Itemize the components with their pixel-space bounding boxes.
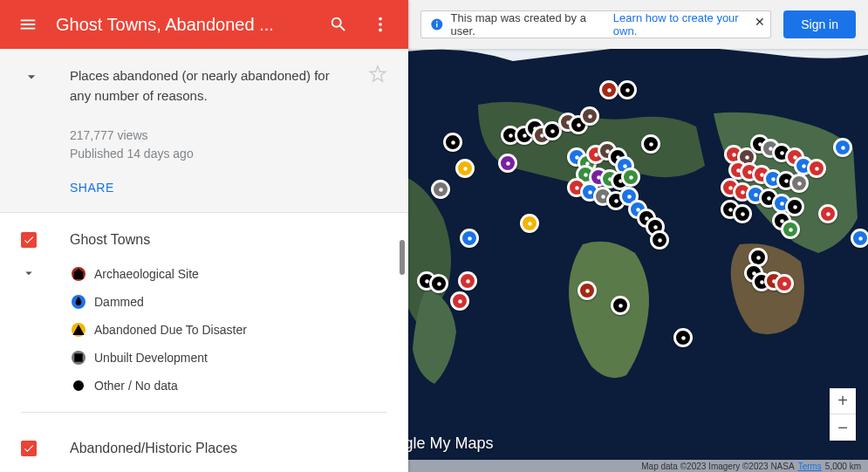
map-pin[interactable] — [498, 154, 517, 173]
svg-point-49 — [458, 299, 462, 304]
layer-header[interactable]: Abandoned/Historic Places — [21, 441, 387, 456]
map-pin[interactable] — [775, 274, 794, 293]
map-pin[interactable] — [851, 229, 868, 248]
map-pin[interactable] — [611, 296, 630, 315]
svg-point-4 — [76, 383, 81, 388]
svg-point-72 — [793, 205, 797, 209]
map-pin[interactable] — [431, 180, 450, 199]
divider — [21, 412, 387, 413]
star-icon — [368, 65, 387, 84]
signin-button[interactable]: Sign in — [783, 10, 856, 38]
share-button[interactable]: SHARE — [66, 177, 118, 198]
zoom-in-button[interactable]: + — [830, 388, 856, 414]
sidebar: Ghost Towns, Abandoned ... Places abando… — [0, 0, 408, 472]
top-bar: This map was created by a user. Learn ho… — [408, 0, 868, 49]
map-pin[interactable] — [580, 106, 599, 126]
svg-point-1 — [379, 23, 382, 26]
search-icon — [329, 15, 348, 34]
map-pin[interactable] — [818, 204, 837, 223]
map-pin[interactable] — [641, 134, 660, 154]
legend-item[interactable]: Unbuilt Development — [23, 344, 387, 372]
star-button[interactable] — [368, 65, 387, 87]
svg-point-17 — [577, 123, 581, 127]
svg-point-22 — [463, 167, 468, 171]
marker-icon — [72, 379, 85, 393]
map-pin[interactable] — [733, 204, 752, 223]
layer-checkbox[interactable] — [21, 232, 37, 248]
map-title: Ghost Towns, Abandoned ... — [49, 15, 318, 35]
map-pin[interactable] — [443, 133, 462, 152]
map-pin[interactable] — [621, 168, 640, 187]
layer-name: Abandoned/Historic Places — [70, 441, 237, 456]
check-icon — [23, 234, 35, 246]
publish-date: Published 14 days ago — [70, 145, 387, 163]
layer-ghost-towns: Ghost Towns Archaeological Site Dammed A… — [0, 213, 408, 421]
map-pin[interactable] — [455, 159, 475, 178]
map-pin[interactable] — [460, 229, 479, 248]
scroll-handle[interactable] — [400, 240, 405, 275]
svg-point-65 — [784, 179, 789, 183]
notice-link[interactable]: Learn how to create your own. — [613, 11, 762, 38]
map-pin[interactable] — [650, 230, 669, 250]
menu-button[interactable] — [7, 3, 49, 45]
map-pin[interactable] — [450, 291, 469, 311]
svg-point-84 — [783, 282, 787, 286]
map-pin[interactable] — [429, 274, 448, 293]
map-data: Map data ©2023 Imagery ©2023 NASA — [641, 462, 794, 471]
legend-item[interactable]: Archaeological Site — [23, 260, 387, 288]
map-pin[interactable] — [833, 138, 852, 157]
svg-point-70 — [767, 196, 771, 201]
view-count: 217,777 views — [70, 127, 387, 145]
legend-item[interactable]: Abandoned Due To Disaster — [23, 316, 387, 344]
zoom-control: + − — [830, 388, 856, 441]
more-button[interactable] — [359, 3, 401, 45]
map-pin[interactable] — [578, 281, 597, 300]
map-pin[interactable] — [618, 80, 637, 99]
svg-point-80 — [756, 256, 761, 260]
user-map-notice: This map was created by a user. Learn ho… — [420, 10, 771, 38]
map-pin[interactable] — [520, 214, 539, 233]
layer-header[interactable]: Ghost Towns — [21, 232, 387, 248]
terms-link[interactable]: Terms — [798, 462, 822, 471]
map-pin[interactable] — [599, 80, 619, 99]
svg-point-44 — [653, 225, 658, 229]
map-pin[interactable] — [458, 271, 477, 291]
sublayer-toggle[interactable] — [21, 265, 37, 284]
map-canvas[interactable] — [408, 0, 868, 472]
svg-point-71 — [780, 202, 784, 206]
hamburger-icon — [18, 15, 38, 34]
layers-panel: Ghost Towns Archaeological Site Dammed A… — [0, 213, 408, 472]
legend-item[interactable]: Other / No data — [23, 372, 387, 400]
svg-point-45 — [658, 238, 662, 243]
map-pin[interactable] — [673, 328, 693, 347]
svg-point-23 — [528, 222, 532, 226]
svg-point-40 — [614, 199, 619, 203]
svg-point-51 — [619, 304, 623, 308]
svg-point-37 — [575, 186, 579, 190]
svg-point-19 — [607, 88, 612, 92]
layer-checkbox[interactable] — [21, 441, 37, 456]
svg-point-20 — [625, 88, 630, 92]
marker-icon — [72, 351, 85, 365]
svg-point-73 — [728, 208, 733, 212]
map-pin[interactable] — [781, 220, 800, 239]
map-description: Places abandoned (or nearly abandoned) f… — [70, 66, 352, 106]
map-pin[interactable] — [807, 159, 826, 178]
svg-point-77 — [826, 212, 830, 216]
svg-point-10 — [506, 161, 510, 166]
svg-point-82 — [760, 280, 764, 284]
close-notice-button[interactable]: ✕ — [755, 15, 765, 29]
map-pin[interactable] — [789, 174, 809, 193]
svg-point-69 — [754, 193, 758, 197]
legend-item[interactable]: Dammed — [23, 288, 387, 316]
collapse-toggle[interactable] — [21, 66, 42, 87]
search-button[interactable] — [318, 3, 359, 45]
svg-point-53 — [732, 153, 736, 157]
attribution-bar: Map data ©2023 Imagery ©2023 NASA Terms … — [408, 460, 868, 472]
app-header: Ghost Towns, Abandoned ... — [0, 0, 408, 49]
notice-text: This map was created by a user. — [451, 11, 610, 38]
zoom-out-button[interactable]: − — [830, 414, 856, 441]
chevron-down-icon — [21, 265, 37, 281]
svg-point-24 — [439, 188, 443, 192]
marker-icon — [72, 295, 85, 309]
